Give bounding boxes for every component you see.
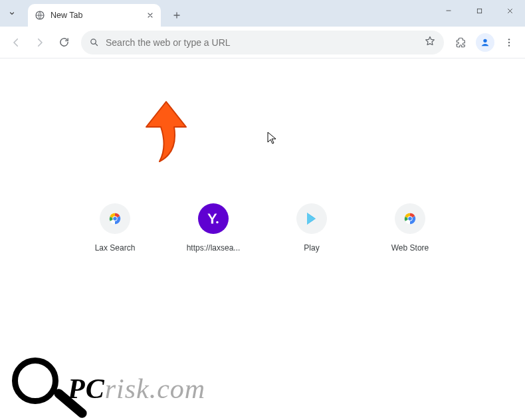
shortcuts-row: Lax Search https://laxsea... Play — [0, 203, 525, 253]
reload-button[interactable] — [53, 32, 74, 53]
svg-point-4 — [508, 39, 510, 40]
globe-color-icon — [403, 211, 417, 226]
yahoo-icon — [205, 210, 222, 227]
puzzle-icon — [455, 37, 467, 49]
close-window-button[interactable] — [494, 0, 525, 21]
tabs-dropdown-button[interactable] — [0, 0, 24, 27]
shortcut-tile[interactable]: Web Store — [380, 203, 440, 253]
mouse-cursor — [267, 132, 278, 148]
title-bar: New Tab — [0, 0, 525, 27]
svg-point-13 — [408, 217, 412, 221]
shortcut-label: Play — [304, 243, 319, 253]
close-icon — [506, 7, 514, 15]
avatar — [476, 33, 494, 52]
shortcut-icon — [395, 203, 425, 234]
plus-icon — [172, 11, 181, 20]
globe-color-icon — [108, 211, 122, 226]
svg-rect-1 — [477, 9, 481, 13]
svg-point-10 — [216, 221, 218, 223]
shortcut-icon — [198, 203, 229, 234]
arrow-right-icon — [34, 37, 46, 49]
minimize-icon — [445, 7, 453, 15]
svg-point-3 — [483, 39, 486, 42]
tab-title: New Tab — [51, 11, 82, 20]
kebab-icon — [504, 37, 514, 48]
shortcut-tile[interactable]: Play — [282, 203, 342, 253]
new-tab-content: Lax Search https://laxsea... Play — [0, 58, 525, 420]
maximize-button[interactable] — [464, 0, 494, 21]
reload-icon — [58, 37, 70, 48]
arrow-left-icon — [10, 37, 22, 49]
star-icon — [424, 35, 436, 47]
browser-tab[interactable]: New Tab — [28, 4, 161, 27]
cursor-icon — [267, 132, 278, 145]
back-button[interactable] — [5, 32, 27, 53]
annotation-arrow — [140, 100, 193, 169]
extensions-button[interactable] — [451, 32, 472, 53]
shortcut-icon — [296, 203, 327, 234]
profile-button[interactable] — [474, 32, 496, 53]
shortcut-label: Web Store — [391, 243, 429, 253]
chevron-down-icon — [8, 9, 16, 17]
new-tab-button[interactable] — [167, 6, 186, 25]
shortcut-label: Lax Search — [95, 243, 136, 253]
omnibox[interactable] — [81, 31, 444, 54]
person-icon — [480, 37, 490, 48]
watermark: PCrisk.com — [12, 362, 205, 416]
magnifier-icon — [12, 362, 66, 416]
shortcut-icon — [100, 203, 130, 234]
play-store-icon — [304, 211, 320, 227]
maximize-icon — [476, 7, 483, 15]
close-icon — [146, 11, 154, 19]
arrow-icon — [140, 100, 193, 167]
address-input[interactable] — [106, 37, 417, 48]
shortcut-tile[interactable]: Lax Search — [85, 203, 145, 253]
svg-point-6 — [508, 45, 510, 46]
globe-icon — [35, 10, 45, 21]
shortcut-label: https://laxsea... — [187, 243, 241, 253]
shortcut-tile[interactable]: https://laxsea... — [183, 203, 243, 253]
watermark-text: PCrisk.com — [68, 373, 205, 405]
svg-point-5 — [508, 41, 510, 43]
window-controls — [433, 0, 525, 27]
toolbar — [0, 27, 525, 58]
search-icon — [89, 37, 99, 47]
svg-point-9 — [113, 217, 117, 221]
bookmark-button[interactable] — [424, 35, 436, 50]
minimize-button[interactable] — [433, 0, 464, 21]
forward-button[interactable] — [29, 32, 51, 53]
menu-button[interactable] — [498, 32, 520, 53]
close-tab-button[interactable] — [146, 11, 154, 19]
